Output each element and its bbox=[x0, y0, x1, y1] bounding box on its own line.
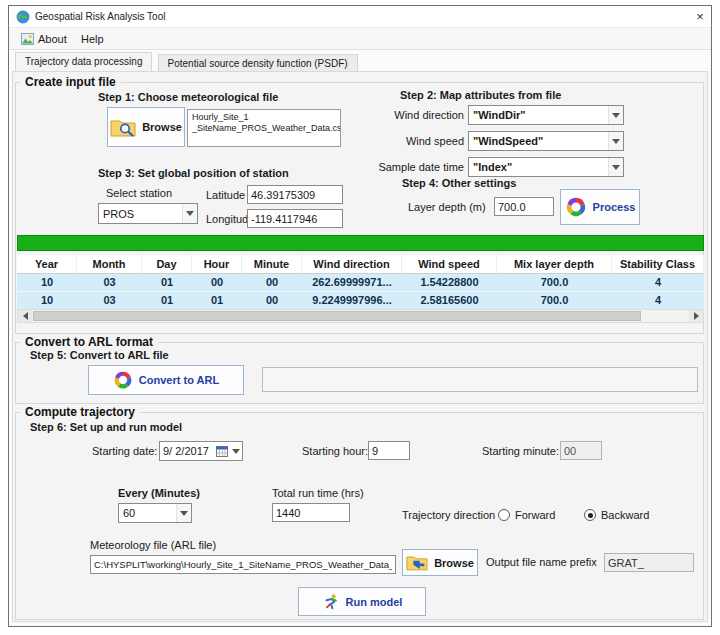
grid-cell: 10 bbox=[17, 292, 77, 309]
starting-minute-input bbox=[560, 441, 602, 460]
menu-about[interactable]: About bbox=[13, 30, 75, 48]
trajectory-direction-label: Trajectory direction bbox=[402, 507, 495, 523]
grid-header-row: Year Month Day Hour Minute Wind directio… bbox=[17, 255, 704, 274]
grid-header-minute[interactable]: Minute bbox=[242, 255, 302, 273]
grid-header-hour[interactable]: Hour bbox=[192, 255, 242, 273]
calendar-icon bbox=[214, 446, 230, 457]
chevron-down-icon bbox=[182, 204, 197, 223]
grid-header-stability-class[interactable]: Stability Class bbox=[612, 255, 704, 273]
wind-speed-select[interactable]: "WindSpeed" bbox=[468, 131, 624, 151]
folder-search-icon bbox=[110, 117, 136, 137]
weather-data-grid: Year Month Day Hour Minute Wind directio… bbox=[17, 255, 704, 309]
starting-hour-input[interactable] bbox=[368, 441, 410, 460]
radio-backward[interactable]: Backward bbox=[584, 507, 649, 523]
grid-horizontal-scrollbar[interactable] bbox=[17, 309, 704, 323]
grid-cell: 00 bbox=[192, 274, 242, 291]
total-run-time-label: Total run time (hrs) bbox=[272, 487, 364, 499]
grid-cell: 2.58165600 bbox=[402, 292, 497, 309]
grid-row-2[interactable]: 10 03 01 01 00 9.2249997996... 2.5816560… bbox=[17, 291, 704, 309]
close-icon[interactable]: × bbox=[691, 8, 709, 26]
radio-forward-dot bbox=[498, 509, 510, 521]
chevron-down-icon bbox=[608, 158, 623, 176]
chevron-down-icon bbox=[608, 106, 623, 124]
menubar: About Help bbox=[9, 28, 711, 50]
met-arl-file-label: Meteorology file (ARL file) bbox=[90, 539, 216, 551]
radio-forward[interactable]: Forward bbox=[498, 507, 555, 523]
met-file-name-line2: _SiteName_PROS_Weather_Data.csv bbox=[192, 123, 336, 134]
longitude-input[interactable] bbox=[247, 209, 343, 228]
grid-header-wind-direction[interactable]: Wind direction bbox=[302, 255, 402, 273]
chevron-down-icon[interactable] bbox=[230, 449, 242, 454]
sample-date-time-select[interactable]: "Index" bbox=[468, 157, 624, 177]
step2-title: Step 2: Map attributes from file bbox=[400, 89, 561, 101]
compute-trajectory-group-title: Compute trajectory bbox=[20, 405, 140, 419]
grid-cell: 4 bbox=[612, 274, 704, 291]
step5-title: Step 5: Convert to ARL file bbox=[30, 349, 169, 361]
step6-title: Step 6: Set up and run model bbox=[30, 421, 182, 433]
grid-header-month[interactable]: Month bbox=[77, 255, 142, 273]
convert-progress-bar bbox=[262, 367, 698, 392]
wind-direction-label: Wind direction bbox=[352, 105, 464, 125]
pinwheel-icon bbox=[113, 370, 133, 390]
grid-header-wind-speed[interactable]: Wind speed bbox=[402, 255, 497, 273]
grid-header-year[interactable]: Year bbox=[17, 255, 77, 273]
scroll-thumb[interactable] bbox=[33, 311, 641, 321]
menu-help[interactable]: Help bbox=[73, 30, 112, 48]
every-minutes-label: Every (Minutes) bbox=[118, 487, 200, 499]
starting-date-value: 9/ 2/2017 bbox=[160, 445, 214, 457]
scroll-left-icon[interactable] bbox=[18, 310, 32, 322]
every-minutes-select[interactable]: 60 bbox=[118, 503, 192, 523]
starting-date-picker[interactable]: 9/ 2/2017 bbox=[159, 441, 243, 461]
grid-header-mix-layer-depth[interactable]: Mix layer depth bbox=[497, 255, 612, 273]
convert-arl-group: Convert to ARL format Step 5: Convert to… bbox=[15, 342, 704, 404]
browse-met-file-label: Browse bbox=[142, 121, 182, 133]
latitude-input[interactable] bbox=[247, 185, 343, 204]
compute-trajectory-group: Compute trajectory Step 6: Set up and ru… bbox=[15, 412, 704, 620]
wind-direction-select[interactable]: "WindDir" bbox=[468, 105, 624, 125]
step3-title: Step 3: Set global position of station bbox=[98, 167, 289, 179]
tab-psdf[interactable]: Potential source density function (PSDF) bbox=[158, 54, 358, 71]
browse-met-file-button[interactable]: Browse bbox=[107, 107, 185, 147]
wind-speed-label: Wind speed bbox=[352, 131, 464, 151]
create-input-group-title: Create input file bbox=[20, 75, 121, 89]
starting-minute-label: Starting minute: bbox=[482, 441, 559, 461]
layer-depth-label: Layer depth (m) bbox=[408, 198, 486, 217]
grid-cell: 10 bbox=[17, 274, 77, 291]
menu-help-label: Help bbox=[81, 30, 104, 48]
every-minutes-value: 60 bbox=[119, 507, 176, 519]
process-button[interactable]: Process bbox=[560, 189, 640, 225]
grid-cell: 01 bbox=[142, 274, 192, 291]
process-button-label: Process bbox=[593, 201, 636, 213]
met-arl-file-input[interactable] bbox=[90, 555, 396, 574]
run-model-button[interactable]: Run model bbox=[298, 587, 426, 616]
window-title: Geospatial Risk Analysis Tool bbox=[35, 10, 165, 24]
grid-cell: 700.0 bbox=[497, 292, 612, 309]
total-run-time-input[interactable] bbox=[272, 503, 350, 522]
sample-date-time-label: Sample date time bbox=[352, 157, 464, 177]
station-select[interactable]: PROS bbox=[98, 203, 198, 224]
radio-backward-label: Backward bbox=[601, 509, 649, 521]
grid-cell: 03 bbox=[77, 292, 142, 309]
grid-row-1[interactable]: 10 03 01 00 00 262.69999971... 1.5422880… bbox=[17, 274, 704, 291]
grid-cell: 00 bbox=[242, 292, 302, 309]
tab-trajectory-data-processing[interactable]: Trajectory data processing bbox=[15, 52, 152, 71]
grid-cell: 01 bbox=[142, 292, 192, 309]
convert-to-arl-button[interactable]: Convert to ARL bbox=[88, 365, 244, 395]
output-prefix-label: Output file name prefix bbox=[486, 553, 597, 572]
scroll-right-icon[interactable] bbox=[689, 310, 703, 322]
select-station-label: Select station bbox=[106, 185, 172, 201]
titlebar: Geospatial Risk Analysis Tool × bbox=[9, 6, 711, 28]
grid-cell: 9.2249997996... bbox=[302, 292, 402, 309]
process-progress-bar bbox=[17, 235, 704, 251]
layer-depth-input[interactable] bbox=[494, 197, 554, 216]
runner-icon bbox=[322, 593, 340, 611]
radio-forward-label: Forward bbox=[515, 509, 555, 521]
starting-date-label: Starting date: bbox=[92, 441, 157, 461]
grid-header-day[interactable]: Day bbox=[142, 255, 192, 273]
latitude-label: Latitude bbox=[206, 186, 245, 205]
grid-cell: 00 bbox=[242, 274, 302, 291]
output-prefix-input[interactable] bbox=[604, 553, 694, 572]
met-file-name-box: Hourly_Site_1 _SiteName_PROS_Weather_Dat… bbox=[187, 109, 341, 147]
browse-arl-file-button[interactable]: Browse bbox=[402, 549, 478, 576]
grid-cell: 700.0 bbox=[497, 274, 612, 291]
